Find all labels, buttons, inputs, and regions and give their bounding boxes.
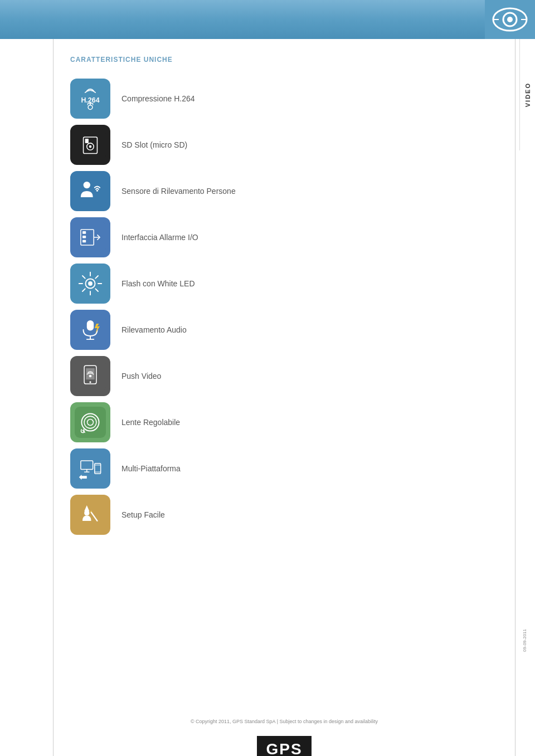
svg-point-18 <box>84 181 90 188</box>
main-content: CARATTERISTICHE UNICHE H.264 <box>53 39 515 708</box>
feature-icon-alarm <box>70 217 110 257</box>
svg-rect-14 <box>85 139 89 143</box>
feature-item-audio: Rilevamento Audio <box>70 309 504 350</box>
svg-point-19 <box>96 189 98 191</box>
gps-logo: GPS STANDARD Committed to security. <box>251 733 318 756</box>
svg-rect-22 <box>82 231 86 234</box>
svg-rect-24 <box>82 240 86 242</box>
feature-label-flash: Flash con White LED <box>121 279 195 288</box>
svg-rect-52 <box>75 453 106 484</box>
feature-icon-lens <box>70 402 110 442</box>
feature-item-multi: Multi-Piattaforma <box>70 447 504 489</box>
feature-label-alarm: Interfaccia Allarme I/O <box>121 233 198 242</box>
feature-icon-person <box>70 171 110 211</box>
svg-point-16 <box>89 145 92 148</box>
feature-icon-push <box>70 356 110 396</box>
feature-label-multi: Multi-Piattaforma <box>121 464 181 473</box>
feature-item-sd: SD Slot (micro SD) <box>70 124 504 165</box>
footer-area: © Copyright 2011, GPS Standard SpA | Sub… <box>53 708 515 756</box>
header-bar <box>0 0 535 39</box>
feature-label-push: Push Video <box>121 372 161 381</box>
feature-icon-audio <box>70 310 110 350</box>
svg-rect-17 <box>75 175 106 207</box>
svg-rect-47 <box>75 407 106 438</box>
feature-item-alarm: Interfaccia Allarme I/O <box>70 216 504 258</box>
footer-logo-area: GPS STANDARD Committed to security. <box>70 733 498 756</box>
svg-point-2 <box>507 17 513 22</box>
feature-label-setup: Setup Facile <box>121 510 165 519</box>
feature-label-h264: Compressione H.264 <box>121 94 195 103</box>
feature-item-push: Push Video <box>70 355 504 397</box>
video-sidebar: VIDEO <box>519 39 535 150</box>
section-title: CARATTERISTICHE UNICHE <box>70 56 504 64</box>
svg-rect-23 <box>82 235 86 238</box>
gps-text: GPS <box>266 740 302 757</box>
feature-item-setup: Setup Facile <box>70 494 504 535</box>
feature-item-h264: H.264 Compressione H.264 <box>70 77 504 119</box>
svg-rect-20 <box>75 222 106 253</box>
feature-item-flash: Flash con White LED <box>70 262 504 304</box>
svg-rect-12 <box>75 129 106 160</box>
feature-icon-sd <box>70 125 110 165</box>
feature-item-person: Sensore di Rilevamento Persone <box>70 170 504 212</box>
feature-label-audio: Rilevamento Audio <box>121 325 187 334</box>
video-label: VIDEO <box>524 82 531 107</box>
date-stamp: 09-09-2011 <box>522 629 527 652</box>
header-logo <box>485 0 535 39</box>
logo-eye-svg <box>490 4 529 35</box>
svg-point-46 <box>89 381 91 383</box>
feature-icon-setup <box>70 495 110 535</box>
feature-item-lens: Lente Regolabile <box>70 401 504 443</box>
feature-icon-h264: H.264 <box>70 79 110 119</box>
svg-point-45 <box>89 374 92 377</box>
gps-box: GPS STANDARD <box>257 736 311 757</box>
svg-rect-38 <box>87 320 94 330</box>
feature-list: H.264 Compressione H.264 <box>70 77 504 535</box>
feature-icon-multi <box>70 448 110 489</box>
feature-label-person: Sensore di Rilevamento Persone <box>121 187 236 196</box>
svg-point-60 <box>84 510 89 515</box>
footer-copyright: © Copyright 2011, GPS Standard SpA | Sub… <box>70 719 498 724</box>
feature-icon-flash <box>70 264 110 304</box>
feature-label-sd: SD Slot (micro SD) <box>121 140 187 149</box>
feature-label-lens: Lente Regolabile <box>121 418 180 427</box>
svg-rect-59 <box>75 499 106 530</box>
svg-point-36 <box>88 281 93 286</box>
eye-icon <box>490 4 529 35</box>
